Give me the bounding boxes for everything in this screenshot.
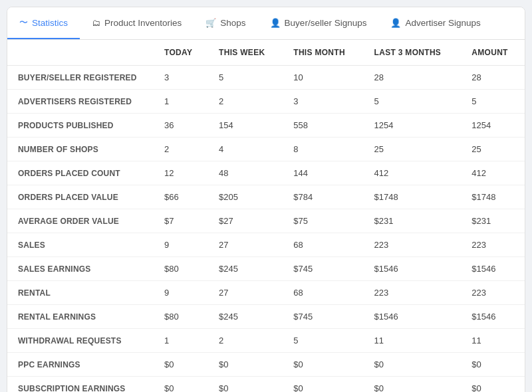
table-row: NUMBER OF SHOPS2482525	[7, 138, 525, 161]
row-value: 4	[208, 138, 283, 161]
row-value: 25	[461, 138, 525, 161]
box-icon: 🗂	[92, 18, 100, 28]
row-value: $27	[208, 209, 283, 233]
row-value: 9	[154, 281, 208, 305]
tab-product-inventories-label: Product Inventories	[104, 18, 182, 28]
row-value: $245	[208, 257, 283, 281]
tab-buyer-seller-signups[interactable]: 👤 Buyer/seller Signups	[258, 7, 379, 39]
row-value: $0	[154, 377, 208, 393]
row-value: $1546	[461, 305, 525, 329]
col-header-this-week: THIS WEEK	[208, 40, 283, 66]
row-value: 2	[208, 90, 283, 114]
tab-advertiser-label: Advertiser Signups	[405, 18, 480, 28]
row-value: $0	[283, 377, 363, 393]
row-label: SALES	[7, 233, 154, 257]
row-label: ADVERTISERS REGISTERED	[7, 90, 154, 114]
row-value: $1748	[364, 185, 462, 209]
row-value: 5	[461, 90, 525, 114]
row-value: 223	[461, 281, 525, 305]
row-value: $1546	[461, 257, 525, 281]
tab-statistics[interactable]: 〜 Statistics	[7, 7, 80, 39]
row-value: 5	[283, 329, 363, 353]
row-value: 28	[364, 66, 462, 90]
row-value: $66	[154, 185, 208, 209]
table-header-row: TODAY THIS WEEK THIS MONTH LAST 3 MONTHS…	[7, 40, 525, 66]
row-value: 412	[364, 161, 462, 185]
row-value: $231	[461, 209, 525, 233]
row-value: 27	[208, 281, 283, 305]
row-value: 3	[283, 90, 363, 114]
table-wrapper: TODAY THIS WEEK THIS MONTH LAST 3 MONTHS…	[7, 40, 525, 392]
table-row: SALES92768223223	[7, 233, 525, 257]
row-value: $80	[154, 305, 208, 329]
row-value: 223	[364, 281, 462, 305]
row-value: $1748	[461, 185, 525, 209]
row-value: 1	[154, 90, 208, 114]
row-value: 412	[461, 161, 525, 185]
row-value: $1546	[364, 257, 462, 281]
table-row: SUBSCRIPTION EARNINGS$0$0$0$0$0	[7, 377, 525, 393]
col-header-this-month: THIS MONTH	[283, 40, 363, 66]
row-value: 11	[364, 329, 462, 353]
row-value: 5	[364, 90, 462, 114]
row-label: NUMBER OF SHOPS	[7, 138, 154, 161]
tab-statistics-label: Statistics	[32, 18, 68, 28]
row-value: $745	[283, 257, 363, 281]
row-value: 68	[283, 233, 363, 257]
table-row: BUYER/SELLER REGISTERED35102828	[7, 66, 525, 90]
row-label: SUBSCRIPTION EARNINGS	[7, 377, 154, 393]
row-value: 1254	[364, 114, 462, 138]
row-value: $0	[283, 353, 363, 377]
row-value: $245	[208, 305, 283, 329]
row-label: RENTAL EARNINGS	[7, 305, 154, 329]
row-value: 68	[283, 281, 363, 305]
table-row: PRODUCTS PUBLISHED3615455812541254	[7, 114, 525, 138]
row-value: $0	[364, 353, 462, 377]
row-value: 2	[208, 329, 283, 353]
row-value: $0	[154, 353, 208, 377]
row-value: 154	[208, 114, 283, 138]
tab-shops[interactable]: 🛒 Shops	[194, 7, 257, 39]
row-value: 558	[283, 114, 363, 138]
row-value: 223	[364, 233, 462, 257]
row-value: 1	[154, 329, 208, 353]
row-value: $205	[208, 185, 283, 209]
row-label: AVERAGE ORDER VALUE	[7, 209, 154, 233]
table-row: ADVERTISERS REGISTERED12355	[7, 90, 525, 114]
row-value: $0	[461, 353, 525, 377]
row-value: 8	[283, 138, 363, 161]
tab-bar: 〜 Statistics 🗂 Product Inventories 🛒 Sho…	[7, 7, 525, 40]
user-icon2: 👤	[390, 18, 401, 28]
row-value: 2	[154, 138, 208, 161]
table-row: ORDERS PLACED COUNT1248144412412	[7, 161, 525, 185]
row-value: $784	[283, 185, 363, 209]
row-value: 36	[154, 114, 208, 138]
col-header-last-3-months: LAST 3 MONTHS	[364, 40, 462, 66]
row-value: $745	[283, 305, 363, 329]
tab-shops-label: Shops	[220, 18, 245, 28]
tab-buyer-seller-label: Buyer/seller Signups	[285, 18, 367, 28]
row-value: $231	[364, 209, 462, 233]
chart-icon: 〜	[19, 17, 28, 29]
table-row: SALES EARNINGS$80$245$745$1546$1546	[7, 257, 525, 281]
row-value: 48	[208, 161, 283, 185]
row-value: 1254	[461, 114, 525, 138]
table-row: WITHDRAWAL REQUESTS1251111	[7, 329, 525, 353]
table-row: PPC EARNINGS$0$0$0$0$0	[7, 353, 525, 377]
shop-icon: 🛒	[205, 18, 216, 28]
col-header-amount: AMOUNT	[461, 40, 525, 66]
row-value: 25	[364, 138, 462, 161]
col-header-label	[7, 40, 154, 66]
tab-product-inventories[interactable]: 🗂 Product Inventories	[80, 7, 194, 39]
row-value: 28	[461, 66, 525, 90]
row-label: BUYER/SELLER REGISTERED	[7, 66, 154, 90]
row-label: ORDERS PLACED VALUE	[7, 185, 154, 209]
tab-advertiser-signups[interactable]: 👤 Advertiser Signups	[378, 7, 492, 39]
table-row: ORDERS PLACED VALUE$66$205$784$1748$1748	[7, 185, 525, 209]
row-value: 11	[461, 329, 525, 353]
row-label: ORDERS PLACED COUNT	[7, 161, 154, 185]
row-value: $80	[154, 257, 208, 281]
row-value: $7	[154, 209, 208, 233]
row-value: $0	[461, 377, 525, 393]
statistics-table: TODAY THIS WEEK THIS MONTH LAST 3 MONTHS…	[7, 40, 525, 392]
